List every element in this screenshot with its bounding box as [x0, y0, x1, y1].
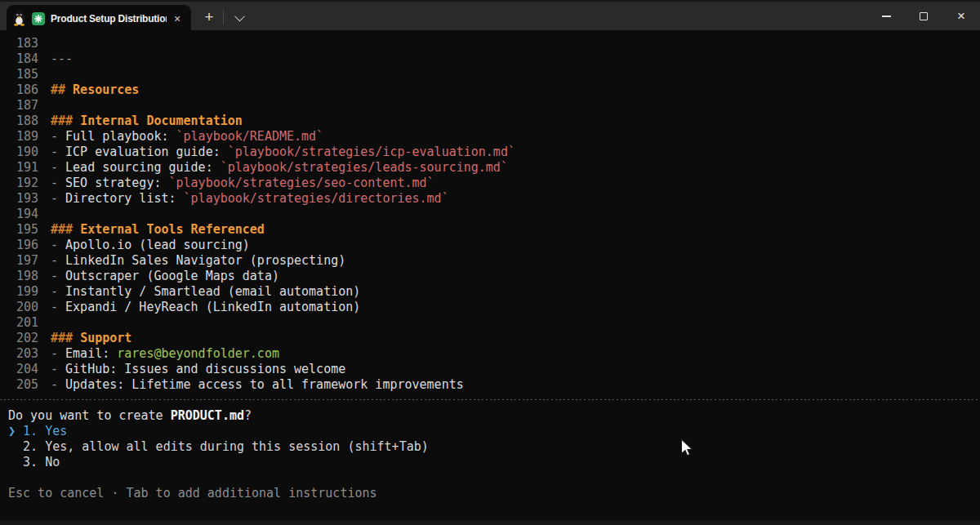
line-number: 197 [16, 253, 51, 269]
terminal-line: 194 [16, 207, 980, 222]
line-segment: `playbook/strategies/seo-content.md` [169, 176, 434, 190]
titlebar: Product Setup Distribution × + × [0, 0, 980, 30]
terminal-line: 190- ICP evaluation guide: `playbook/str… [16, 145, 980, 160]
prompt-option[interactable]: 2. Yes, allow all edits during this sess… [8, 439, 980, 455]
terminal-line: 197- LinkedIn Sales Navigator (prospecti… [16, 253, 980, 269]
line-segment: ## [51, 82, 73, 97]
line-number: 202 [16, 331, 51, 346]
terminal-line: 200- Expandi / HeyReach (LinkedIn automa… [16, 300, 980, 315]
line-number: 183 [16, 36, 51, 51]
line-segment: Instantly / Smartlead (email automation) [65, 284, 360, 299]
line-segment: ### [51, 222, 80, 237]
line-segment: External Tools Referenced [80, 222, 265, 237]
chevron-down-icon [234, 11, 245, 21]
line-number: 195 [16, 222, 51, 238]
terminal-line: 205- Updates: Lifetime access to all fra… [16, 377, 980, 393]
line-segment: - [51, 346, 65, 361]
question-text: Do you want to create [8, 408, 171, 423]
linux-penguin-icon [12, 11, 26, 26]
line-segment: Email: [65, 346, 117, 361]
window-controls: × [867, 2, 980, 30]
line-segment: Lead sourcing guide: [65, 160, 220, 175]
line-segment: - [51, 362, 65, 376]
line-segment: Apollo.io (lead sourcing) [65, 238, 250, 252]
line-segment: - [51, 191, 65, 206]
line-segment: LinkedIn Sales Navigator (prospecting) [65, 253, 345, 268]
terminal-line: 184--- [16, 51, 980, 67]
terminal-line: 202### Support [16, 331, 980, 346]
line-segment: - [51, 129, 65, 144]
line-segment: Resources [73, 82, 139, 97]
line-segment: `playbook/strategies/icp-evaluation.md` [228, 145, 515, 159]
new-tab-button[interactable]: + [197, 7, 221, 28]
terminal-line: 203- Email: rares@beyondfolder.com [16, 346, 980, 362]
terminal-line: 192- SEO strategy: `playbook/strategies/… [16, 176, 980, 191]
line-number: 190 [16, 145, 51, 160]
line-segment: Internal Documentation [80, 113, 243, 128]
confirmation-prompt: Do you want to create PRODUCT.md? ❯ 1. Y… [0, 400, 980, 501]
terminal-line: 189- Full playbook: `playbook/README.md` [16, 129, 980, 145]
line-segment: - [51, 238, 65, 252]
terminal-line: 196- Apollo.io (lead sourcing) [16, 238, 980, 253]
line-segment: - [51, 253, 65, 268]
line-segment: `playbook/strategies/leads-sourcing.md` [220, 160, 508, 175]
tab-dropdown-button[interactable] [229, 7, 250, 28]
line-number: 199 [16, 284, 51, 300]
terminal-line: 201 [16, 315, 980, 331]
line-segment: ### [51, 331, 80, 345]
line-number: 192 [16, 176, 51, 191]
line-number: 201 [16, 315, 51, 331]
line-segment: SEO strategy: [65, 176, 168, 190]
line-segment: ICP evaluation guide: [65, 145, 228, 159]
terminal-line: 188### Internal Documentation [16, 113, 980, 129]
terminal-line: 183 [16, 36, 980, 51]
terminal-tab[interactable]: Product Setup Distribution × [7, 5, 191, 32]
line-segment: Updates: Lifetime access to all framewor… [65, 377, 464, 392]
line-segment: Outscraper (Google Maps data) [65, 269, 279, 283]
line-segment: - [51, 284, 65, 299]
line-segment: `playbook/strategies/directories.md` [184, 191, 449, 206]
line-number: 191 [16, 160, 51, 176]
maximize-button[interactable] [905, 2, 942, 30]
tab-close-button[interactable]: × [174, 13, 180, 24]
line-segment: GitHub: Issues and discussions welcome [65, 362, 345, 376]
terminal-lines: 183184---185186## Resources187188### Int… [0, 30, 980, 393]
line-number: 184 [16, 51, 51, 67]
line-number: 193 [16, 191, 51, 207]
close-button[interactable]: × [942, 2, 980, 30]
line-number: 188 [16, 113, 51, 129]
terminal-line: 187 [16, 98, 980, 113]
claude-asterisk-icon [32, 12, 45, 25]
line-number: 204 [16, 362, 51, 377]
minimize-icon [882, 16, 891, 17]
terminal-line: 195### External Tools Referenced [16, 222, 980, 238]
line-number: 205 [16, 377, 51, 393]
line-number: 189 [16, 129, 51, 145]
line-number: 185 [16, 67, 51, 82]
line-number: 194 [16, 207, 51, 222]
tab-title: Product Setup Distribution [51, 13, 167, 24]
close-icon: × [957, 9, 965, 23]
line-segment: Directory list: [65, 191, 184, 206]
line-number: 198 [16, 269, 51, 284]
prompt-option[interactable]: 3. No [8, 455, 980, 470]
line-segment: - [51, 377, 65, 392]
prompt-option[interactable]: ❯ 1. Yes [8, 424, 980, 439]
line-segment: - [51, 269, 65, 283]
minimize-button[interactable] [867, 2, 905, 30]
titlebar-divider [223, 10, 224, 24]
window-bottom-edge [0, 520, 980, 525]
terminal-line: 193- Directory list: `playbook/strategie… [16, 191, 980, 207]
terminal-line: 185 [16, 67, 980, 82]
prompt-options: ❯ 1. Yes 2. Yes, allow all edits during … [8, 424, 980, 470]
line-segment: Support [80, 331, 131, 345]
line-segment: Expandi / HeyReach (LinkedIn automation) [65, 300, 360, 314]
terminal-line: 199- Instantly / Smartlead (email automa… [16, 284, 980, 300]
line-number: 203 [16, 346, 51, 362]
prompt-hint: Esc to cancel · Tab to add additional in… [8, 486, 980, 501]
terminal-window: Product Setup Distribution × + × 183184-… [0, 0, 980, 525]
question-filename: PRODUCT.md [171, 408, 244, 423]
line-segment: --- [51, 51, 73, 66]
mouse-cursor [680, 438, 693, 458]
line-segment: ### [51, 113, 80, 128]
